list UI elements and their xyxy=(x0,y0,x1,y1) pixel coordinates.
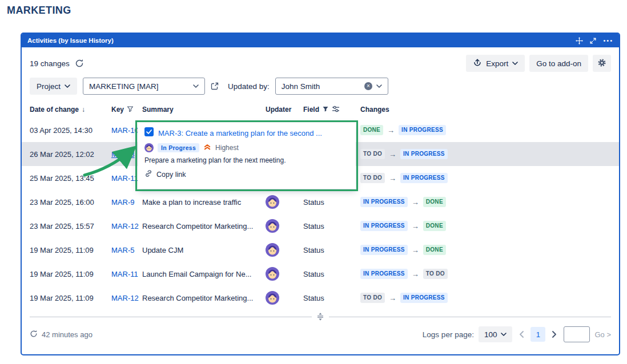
go-to-addon-button[interactable]: Go to add-on xyxy=(529,55,588,72)
popup-status-row: In Progress Highest xyxy=(144,143,349,153)
activities-gadget: Activities (by Issue History) ••• 19 cha… xyxy=(21,33,620,355)
project-select[interactable]: MARKETING [MAR] xyxy=(83,78,205,95)
project-button-label: Project xyxy=(37,82,61,91)
copy-link-button[interactable]: Copy link xyxy=(144,169,349,179)
column-updater[interactable]: Updater xyxy=(266,106,303,114)
popup-title-row: MAR-3: Create a marketing plan for the s… xyxy=(144,127,349,139)
updated-by-label: Updated by: xyxy=(228,82,270,91)
next-page-icon[interactable] xyxy=(550,331,559,338)
column-field[interactable]: Field xyxy=(303,106,360,114)
status-to-lozenge: DONE xyxy=(423,221,446,231)
status-from-lozenge: TO DO xyxy=(360,173,385,183)
issue-key-link[interactable]: MAR-9 xyxy=(111,198,142,207)
status-from-lozenge: IN PROGRESS xyxy=(360,269,408,279)
current-page-button[interactable]: 1 xyxy=(530,327,545,342)
sort-desc-icon[interactable]: ↓ xyxy=(82,106,85,114)
issue-key-link[interactable]: MAR-5 xyxy=(111,246,142,254)
column-updater-label: Updater xyxy=(266,106,291,114)
status-lozenge: In Progress xyxy=(158,143,199,153)
export-label: Export xyxy=(486,59,508,68)
row-changes: IN PROGRESS → DONE xyxy=(360,197,619,207)
row-changes: DONE → IN PROGRESS xyxy=(360,125,619,135)
column-key-label: Key xyxy=(111,106,124,114)
status-to-lozenge: IN PROGRESS xyxy=(399,125,446,135)
row-date: 03 Apr 2025, 14:30 xyxy=(30,126,111,135)
resize-handle-icon[interactable] xyxy=(312,312,329,321)
row-date: 23 Mar 2025, 15:57 xyxy=(30,222,111,230)
status-from-lozenge: IN PROGRESS xyxy=(360,221,408,231)
open-project-icon[interactable] xyxy=(211,82,219,90)
link-icon xyxy=(144,169,152,179)
last-refresh-label: 42 minutes ago xyxy=(42,330,93,339)
column-summary[interactable]: Summary xyxy=(142,106,266,114)
row-changes: IN PROGRESS → DONE xyxy=(360,245,619,255)
gear-icon xyxy=(597,58,606,69)
column-date-of-change[interactable]: Date of change ↓ xyxy=(30,106,111,114)
clear-user-icon[interactable]: × xyxy=(364,82,372,90)
issue-key-link[interactable]: MAR-12 xyxy=(111,294,142,302)
updater-avatar xyxy=(266,243,303,257)
page-jump-input[interactable] xyxy=(564,326,590,342)
go-button[interactable]: Go > xyxy=(594,330,611,339)
column-changes[interactable]: Changes xyxy=(360,106,619,114)
updated-by-select[interactable]: John Smith × xyxy=(275,78,388,95)
updater-avatar xyxy=(266,195,303,209)
refresh-button[interactable] xyxy=(75,59,84,68)
move-icon[interactable] xyxy=(576,37,583,45)
updater-avatar xyxy=(266,267,303,281)
field-filter-icon[interactable] xyxy=(322,106,329,114)
field-settings-icon[interactable] xyxy=(332,106,340,114)
column-field-label: Field xyxy=(303,106,319,114)
issue-key-link[interactable]: MAR-11 xyxy=(111,270,142,278)
more-icon[interactable]: ••• xyxy=(603,38,613,44)
status-to-lozenge: IN PROGRESS xyxy=(400,149,448,159)
table-header-row: Date of change ↓ Key Summary Updater Fie… xyxy=(22,101,619,118)
table-row[interactable]: 19 Mar 2025, 11:09 MAR-11 Launch Email C… xyxy=(22,262,619,286)
row-date: 25 Mar 2025, 13:45 xyxy=(30,174,111,183)
last-refresh: 42 minutes ago xyxy=(30,330,93,339)
change-arrow-icon: → xyxy=(389,150,396,159)
table-row[interactable]: 23 Mar 2025, 16:00 MAR-9 Make a plan to … xyxy=(22,190,619,214)
refresh-small-icon[interactable] xyxy=(30,330,38,339)
task-type-icon xyxy=(144,127,154,139)
row-field: Status xyxy=(303,222,360,230)
issue-key-link[interactable]: MAR-12 xyxy=(111,222,142,230)
row-summary: Research Competitor Marketing... xyxy=(142,222,266,230)
issue-preview-popup: MAR-3: Create a marketing plan for the s… xyxy=(138,123,356,189)
row-summary: Research Competitor Marketing... xyxy=(142,294,266,302)
table-resize-divider xyxy=(30,317,611,317)
export-button[interactable]: Export xyxy=(466,55,525,72)
column-summary-label: Summary xyxy=(142,106,174,114)
gadget-toolbar: 19 changes Export Go to add-on xyxy=(30,54,611,72)
table-row[interactable]: 19 Mar 2025, 11:09 MAR-5 Update CJM Stat… xyxy=(22,238,619,262)
status-from-lozenge: TO DO xyxy=(360,149,385,159)
settings-button[interactable] xyxy=(593,55,611,72)
changes-count: 19 changes xyxy=(30,59,70,68)
status-to-lozenge: TO DO xyxy=(423,269,448,279)
table-row[interactable]: 19 Mar 2025, 11:09 MAR-12 Research Compe… xyxy=(22,286,619,310)
project-filter-button[interactable]: Project xyxy=(30,78,77,95)
key-filter-icon[interactable] xyxy=(127,106,134,114)
row-summary: Make a plan to increase traffic xyxy=(142,198,266,207)
row-field: Status xyxy=(303,270,360,278)
prev-page-icon[interactable] xyxy=(517,331,526,338)
issue-link[interactable]: MAR-3: Create a marketing plan for the s… xyxy=(158,129,322,137)
status-to-lozenge: DONE xyxy=(423,245,446,255)
updater-avatar xyxy=(266,219,303,233)
change-arrow-icon: → xyxy=(412,222,419,230)
row-field: Status xyxy=(303,294,360,302)
gadget-header-icons: ••• xyxy=(576,37,613,45)
updated-by-value: John Smith xyxy=(282,82,320,91)
table-row[interactable]: 23 Mar 2025, 15:57 MAR-12 Research Compe… xyxy=(22,214,619,238)
export-icon xyxy=(473,58,482,69)
logs-per-page-select[interactable]: 100 xyxy=(479,326,513,342)
change-arrow-icon: → xyxy=(389,174,396,183)
expand-icon[interactable] xyxy=(590,38,596,44)
filter-bar: Project MARKETING [MAR] Updated by: John… xyxy=(30,77,611,95)
status-from-lozenge: IN PROGRESS xyxy=(360,197,408,207)
column-key[interactable]: Key xyxy=(111,106,142,114)
assignee-avatar xyxy=(144,143,154,152)
gadget-header: Activities (by Issue History) ••• xyxy=(22,34,619,47)
row-date: 26 Mar 2025, 12:02 xyxy=(30,150,111,159)
row-date: 19 Mar 2025, 11:09 xyxy=(30,270,111,278)
